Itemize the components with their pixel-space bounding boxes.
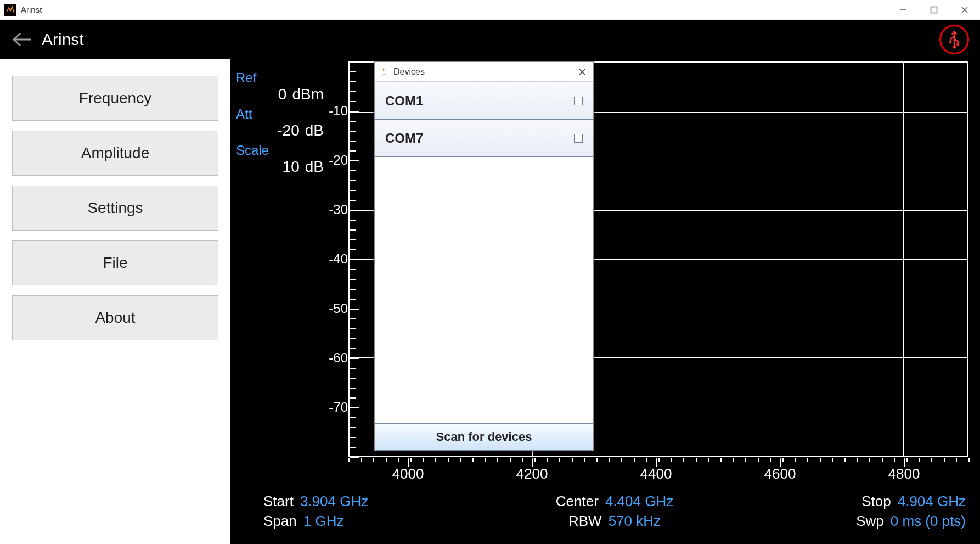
y-label: -60	[315, 350, 348, 366]
readout-rbw[interactable]: RBW 570 kHz	[498, 513, 732, 530]
y-label: -70	[315, 400, 348, 415]
device-label: COM7	[385, 131, 423, 146]
devices-dialog: Devices COM1 COM7 Scan for devices	[374, 61, 594, 451]
device-checkbox[interactable]	[574, 97, 583, 105]
svg-point-5	[949, 41, 952, 44]
att-value[interactable]: -20	[277, 122, 299, 139]
x-label: 4200	[516, 466, 548, 483]
settings-button[interactable]: Settings	[12, 186, 218, 231]
ref-label: Ref	[236, 70, 324, 86]
java-icon	[379, 67, 389, 77]
x-label: 4600	[764, 466, 796, 483]
dialog-titlebar[interactable]: Devices	[375, 62, 593, 82]
scale-label: Scale	[236, 143, 324, 158]
device-checkbox[interactable]	[574, 134, 583, 143]
device-item-com1[interactable]: COM1	[375, 82, 593, 120]
usb-connect-button[interactable]	[939, 25, 969, 54]
readout-span[interactable]: Span 1 GHz	[263, 513, 498, 530]
readout-row-1: Start 3.904 GHz Center 4.404 GHz Stop 4.…	[263, 493, 966, 510]
y-label: -30	[315, 202, 348, 217]
swp-value: 0 ms (0 pts)	[891, 513, 966, 530]
center-label: Center	[556, 493, 599, 510]
att-unit: dB	[305, 122, 324, 139]
app-icon	[4, 4, 16, 16]
att-label: Att	[236, 106, 324, 122]
y-axis-labels: -10 -20 -30 -40 -50 -60 -70	[324, 61, 348, 457]
amplitude-info: Ref 0 dBm Att -20 dB Scale 10 dB	[236, 67, 324, 176]
swp-label: Swp	[856, 513, 884, 530]
y-label: -20	[315, 153, 348, 168]
x-axis-labels: 4000 4200 4400 4600 4800	[348, 466, 968, 482]
ref-value[interactable]: 0	[278, 86, 287, 103]
y-label: -40	[315, 251, 348, 267]
app-title: Arinst	[42, 30, 84, 49]
device-list: COM1 COM7	[375, 82, 593, 423]
svg-point-7	[953, 46, 956, 49]
readout-swp[interactable]: Swp 0 ms (0 pts)	[731, 513, 966, 530]
y-label: -10	[315, 103, 348, 119]
span-label: Span	[263, 513, 297, 530]
frequency-button[interactable]: Frequency	[12, 76, 218, 121]
app-header: Arinst	[0, 20, 980, 59]
scale-value[interactable]: 10	[283, 158, 300, 176]
readout-stop[interactable]: Stop 4.904 GHz	[731, 493, 966, 510]
window-title: Arinst	[21, 5, 42, 14]
stop-value: 4.904 GHz	[898, 493, 966, 510]
main-area: Frequency Amplitude Settings File About …	[0, 59, 980, 544]
stop-label: Stop	[861, 493, 891, 510]
device-label: COM1	[385, 93, 423, 109]
x-label: 4400	[640, 466, 672, 483]
window-minimize-button[interactable]	[888, 0, 919, 20]
svg-rect-6	[957, 43, 960, 46]
about-button[interactable]: About	[12, 295, 218, 340]
x-label: 4000	[392, 466, 424, 483]
span-value: 1 GHz	[303, 513, 344, 530]
scan-devices-button[interactable]: Scan for devices	[375, 423, 593, 451]
x-label: 4800	[888, 466, 920, 483]
sidebar: Frequency Amplitude Settings File About	[0, 59, 230, 544]
dialog-close-button[interactable]	[575, 64, 590, 80]
plot-area: Ref 0 dBm Att -20 dB Scale 10 dB -10 -20…	[230, 59, 980, 544]
start-label: Start	[263, 493, 294, 510]
center-value: 4.404 GHz	[605, 493, 673, 510]
dialog-title: Devices	[393, 67, 425, 77]
back-button[interactable]	[11, 29, 33, 51]
window-maximize-button[interactable]	[919, 0, 949, 20]
y-label: -50	[315, 301, 348, 316]
readout-start[interactable]: Start 3.904 GHz	[263, 493, 498, 510]
file-button[interactable]: File	[12, 240, 218, 285]
device-item-com7[interactable]: COM7	[375, 120, 593, 157]
start-value: 3.904 GHz	[300, 493, 368, 510]
ref-unit: dBm	[292, 86, 324, 103]
amplitude-button[interactable]: Amplitude	[12, 131, 218, 176]
svg-rect-1	[931, 7, 937, 13]
rbw-value: 570 kHz	[609, 513, 661, 530]
rbw-label: RBW	[568, 513, 602, 530]
readout-row-2: Span 1 GHz RBW 570 kHz Swp 0 ms (0 pts)	[263, 513, 966, 530]
readout-center[interactable]: Center 4.404 GHz	[498, 493, 732, 510]
window-close-button[interactable]	[949, 0, 980, 20]
window-titlebar: Arinst	[0, 0, 980, 20]
